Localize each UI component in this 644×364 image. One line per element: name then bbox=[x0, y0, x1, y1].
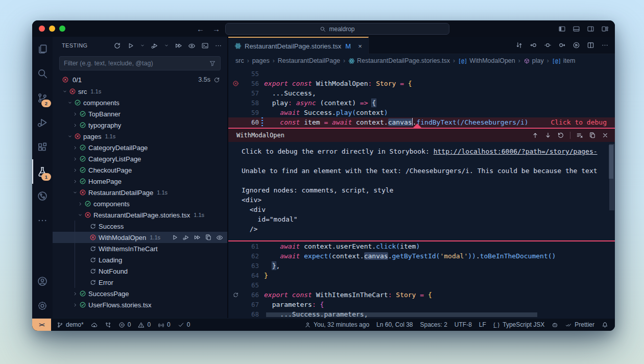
forwarded-ports[interactable]: 0 bbox=[158, 321, 171, 328]
twist-icon[interactable] bbox=[76, 201, 84, 207]
twist-icon[interactable] bbox=[66, 100, 74, 105]
command-center-search[interactable]: mealdrop bbox=[225, 23, 449, 35]
cursor-position[interactable]: Ln 60, Col 38 bbox=[376, 321, 413, 328]
code-line[interactable]: 55 bbox=[228, 69, 615, 79]
code-line[interactable]: 59 await Success.play(context) bbox=[228, 108, 615, 117]
run-all-tests-icon[interactable] bbox=[127, 42, 134, 50]
code-line[interactable]: 56export const WithModalOpen: Story = { bbox=[228, 79, 615, 88]
twist-icon[interactable] bbox=[71, 190, 79, 195]
test-tree-item[interactable]: Error bbox=[53, 277, 227, 288]
test-tree-item[interactable]: Loading bbox=[53, 254, 227, 265]
test-tree-item[interactable]: components bbox=[53, 198, 227, 209]
breadcrumb-item[interactable]: RestaurantDetailPage.stories.tsx bbox=[348, 57, 450, 64]
next-message-icon[interactable] bbox=[544, 132, 552, 139]
code-line[interactable]: 60 const item = await context.canvas.fin… bbox=[228, 117, 615, 127]
activity-account[interactable] bbox=[32, 269, 53, 294]
zoom-window-button[interactable] bbox=[59, 26, 65, 32]
code-line[interactable]: 64} bbox=[228, 271, 615, 280]
activity-explorer[interactable] bbox=[32, 37, 53, 61]
run-or-debug-icon[interactable] bbox=[573, 41, 580, 49]
twist-icon[interactable] bbox=[61, 89, 69, 94]
nav-back-icon[interactable]: ← bbox=[197, 25, 204, 33]
activity-gitlens[interactable] bbox=[32, 184, 53, 208]
code-line[interactable]: 61 await context.userEvent.click(item) bbox=[228, 241, 615, 251]
debug-chevron-icon[interactable] bbox=[164, 43, 169, 48]
go-to-test-icon[interactable] bbox=[205, 234, 212, 241]
minimize-window-button[interactable] bbox=[49, 26, 55, 32]
code-line[interactable]: 57 ...Success, bbox=[228, 88, 615, 98]
tab-restaurantdetailpage-stories[interactable]: RestaurantDetailPage.stories.tsx M × bbox=[228, 37, 369, 54]
test-tree-item[interactable]: RestaurantDetailPage.stories.tsx1.1s bbox=[53, 209, 227, 221]
change-icon[interactable] bbox=[544, 41, 552, 49]
test-tree-item[interactable]: NotFound bbox=[53, 265, 227, 277]
customize-layout-icon[interactable] bbox=[601, 25, 609, 33]
storybook-link[interactable]: http://localhost:6006/?path=/story/pages… bbox=[434, 148, 598, 155]
activity-source-control[interactable]: 2 bbox=[32, 86, 53, 110]
vertical-scrollbar[interactable] bbox=[609, 144, 614, 210]
test-filter-input[interactable]: Filter (e.g. text, !exclude, @tag) bbox=[59, 56, 221, 70]
test-tree-item[interactable]: pages1.1s bbox=[53, 131, 227, 142]
previous-message-icon[interactable] bbox=[532, 132, 539, 139]
test-tree-item[interactable]: SuccessPage bbox=[53, 288, 227, 299]
code-editor[interactable]: 5556export const WithModalOpen: Story = … bbox=[228, 67, 615, 318]
run-test-icon[interactable] bbox=[171, 234, 178, 241]
open-changes-icon[interactable] bbox=[515, 41, 523, 49]
test-tree-item[interactable]: Success bbox=[53, 221, 227, 232]
next-change-icon[interactable] bbox=[558, 41, 566, 49]
clear-results-icon[interactable] bbox=[576, 132, 583, 139]
breadcrumb-item[interactable]: RestaurantDetailPage bbox=[278, 57, 340, 64]
test-tree-item[interactable]: HomePage bbox=[53, 176, 227, 187]
twist-icon[interactable] bbox=[71, 156, 79, 162]
eol[interactable]: LF bbox=[479, 321, 486, 328]
remote-indicator[interactable]: >< bbox=[32, 319, 51, 331]
breadcrumb-item[interactable]: [@]WithModalOpen bbox=[458, 57, 515, 64]
twist-icon[interactable] bbox=[71, 145, 79, 151]
more-actions-icon[interactable] bbox=[214, 42, 222, 50]
twist-icon[interactable] bbox=[71, 111, 79, 117]
test-tree-item[interactable]: UserFlows.stories.tsx bbox=[53, 299, 227, 310]
debug-test-icon[interactable] bbox=[182, 234, 189, 241]
breadcrumb-item[interactable]: pages bbox=[252, 57, 270, 64]
breadcrumb-item[interactable]: [@]item bbox=[552, 57, 576, 64]
code-line[interactable]: 67 parameters: { bbox=[228, 300, 615, 309]
code-line[interactable]: 58 play: async (context) => { bbox=[228, 98, 615, 108]
twist-icon[interactable] bbox=[66, 134, 74, 139]
publish-changes-item[interactable] bbox=[91, 322, 98, 328]
breadcrumb-item[interactable]: src bbox=[235, 57, 244, 64]
git-actions-item[interactable] bbox=[105, 322, 111, 328]
toggle-panel-icon[interactable] bbox=[573, 25, 580, 33]
notifications[interactable] bbox=[602, 322, 608, 328]
test-tree-item[interactable]: RestaurantDetailPage1.1s bbox=[53, 187, 227, 198]
test-tree-item[interactable]: TopBanner bbox=[53, 108, 227, 119]
more-editor-actions-icon[interactable] bbox=[601, 41, 609, 49]
code-line[interactable]: 63 }, bbox=[228, 261, 615, 271]
toggle-secondary-sidebar-icon[interactable] bbox=[587, 25, 594, 33]
code-line[interactable]: 62 await expect(context.canvas.getByTest… bbox=[228, 251, 615, 261]
run-chevron-icon[interactable] bbox=[140, 43, 145, 48]
run-with-coverage-icon[interactable] bbox=[175, 42, 182, 50]
copy-message-icon[interactable] bbox=[589, 132, 596, 139]
encoding[interactable]: UTF-8 bbox=[455, 321, 472, 328]
test-output-icon[interactable] bbox=[201, 42, 209, 50]
close-peek-icon[interactable] bbox=[602, 132, 609, 139]
twist-icon[interactable] bbox=[71, 167, 79, 173]
coverage-test-icon[interactable] bbox=[194, 234, 201, 241]
formatter[interactable]: Prettier bbox=[565, 321, 594, 328]
close-tab-icon[interactable]: × bbox=[358, 42, 362, 50]
code-line[interactable]: 66export const WithItemsInTheCart: Story… bbox=[228, 290, 615, 300]
breadcrumb-item[interactable]: play bbox=[523, 57, 544, 64]
indentation[interactable]: Spaces: 2 bbox=[420, 321, 447, 328]
click-to-debug-link[interactable]: Click to debug bbox=[551, 117, 607, 127]
toggle-primary-sidebar-icon[interactable] bbox=[558, 25, 566, 33]
problems-errors[interactable]: 0 bbox=[118, 321, 131, 328]
language-mode[interactable]: {̲ }TypeScript JSX bbox=[493, 321, 544, 328]
copilot-status[interactable] bbox=[552, 322, 558, 328]
split-editor-icon[interactable] bbox=[587, 41, 594, 49]
code-line[interactable]: 65 bbox=[228, 280, 615, 290]
test-tree-item[interactable]: src1.1s bbox=[53, 86, 227, 97]
horizontal-scrollbar[interactable] bbox=[266, 312, 537, 317]
rerun-icon[interactable] bbox=[213, 77, 220, 83]
activity-extensions[interactable] bbox=[32, 135, 53, 159]
close-window-button[interactable] bbox=[39, 26, 45, 32]
debug-all-tests-icon[interactable] bbox=[151, 42, 158, 50]
